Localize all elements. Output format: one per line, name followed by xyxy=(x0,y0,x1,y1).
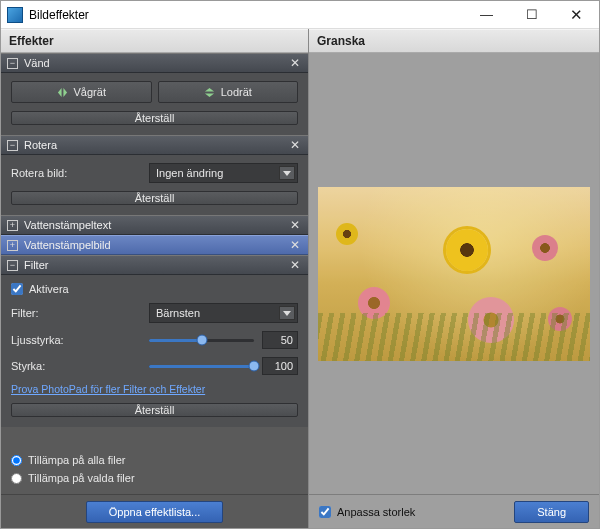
section-filter-title: Filter xyxy=(24,259,288,271)
preview-header: Granska xyxy=(309,29,599,53)
flip-vertical-icon xyxy=(204,87,215,98)
filter-select[interactable]: Bärnsten xyxy=(149,303,298,323)
rotate-reset-label: Återställ xyxy=(135,192,175,204)
section-flip-title: Vänd xyxy=(24,57,288,69)
strength-value[interactable]: 100 xyxy=(262,357,298,375)
section-watermark-image-header[interactable]: + Vattenstämpelbild ✕ xyxy=(1,235,308,255)
close-dialog-label: Stäng xyxy=(537,506,566,518)
flip-reset-button[interactable]: Återställ xyxy=(11,111,298,125)
section-flip-body: Vågrät Lodrät Återställ xyxy=(1,73,308,135)
left-spacer xyxy=(1,427,308,442)
section-rotate-body: Rotera bild: Ingen ändring Återställ xyxy=(1,155,308,215)
window: Bildeffekter — ☐ ✕ Effekter − Vänd ✕ xyxy=(0,0,600,529)
apply-selected-radio[interactable]: Tillämpa på valda filer xyxy=(11,472,298,484)
open-effect-list-label: Öppna effektlista... xyxy=(109,506,201,518)
rotate-select[interactable]: Ingen ändring xyxy=(149,163,298,183)
section-rotate-title: Rotera xyxy=(24,139,288,151)
collapse-icon: − xyxy=(7,58,18,69)
strength-slider[interactable] xyxy=(149,358,254,374)
section-rotate-close-icon[interactable]: ✕ xyxy=(288,138,302,152)
flip-vertical-button[interactable]: Lodrät xyxy=(158,81,299,103)
rotate-select-value: Ingen ändring xyxy=(156,167,223,179)
filter-select-value: Bärnsten xyxy=(156,307,200,319)
left-footer: Öppna effektlista... xyxy=(1,494,308,528)
effects-panel: Effekter − Vänd ✕ Vågrät Lo xyxy=(1,29,308,528)
rotate-label: Rotera bild: xyxy=(11,167,141,179)
fit-checkbox-input[interactable] xyxy=(319,506,331,518)
filter-select-label: Filter: xyxy=(11,307,141,319)
close-dialog-button[interactable]: Stäng xyxy=(514,501,589,523)
flip-reset-label: Återställ xyxy=(135,112,175,124)
chevron-down-icon xyxy=(279,166,295,180)
section-watermark-text-header[interactable]: + Vattenstämpeltext ✕ xyxy=(1,215,308,235)
apply-selected-label: Tillämpa på valda filer xyxy=(28,472,135,484)
expand-icon: + xyxy=(7,240,18,251)
flip-vertical-label: Lodrät xyxy=(221,86,252,98)
app-icon xyxy=(7,7,23,23)
photopad-link[interactable]: Prova PhotoPad för fler Filter och Effek… xyxy=(11,383,298,395)
section-watermark-image-close-icon[interactable]: ✕ xyxy=(288,238,302,252)
fit-label: Anpassa storlek xyxy=(337,506,415,518)
collapse-icon: − xyxy=(7,260,18,271)
flip-horizontal-button[interactable]: Vågrät xyxy=(11,81,152,103)
section-filter-body: Aktivera Filter: Bärnsten Ljusstyrka: xyxy=(1,275,308,427)
expand-icon: + xyxy=(7,220,18,231)
flip-horizontal-icon xyxy=(57,87,68,98)
open-effect-list-button[interactable]: Öppna effektlista... xyxy=(86,501,224,523)
preview-area xyxy=(309,53,599,494)
apply-all-radio[interactable]: Tillämpa på alla filer xyxy=(11,454,298,466)
fit-checkbox[interactable]: Anpassa storlek xyxy=(319,506,415,518)
filter-reset-button[interactable]: Återställ xyxy=(11,403,298,417)
brightness-label: Ljusstyrka: xyxy=(11,334,141,346)
rotate-reset-button[interactable]: Återställ xyxy=(11,191,298,205)
minimize-button[interactable]: — xyxy=(464,1,509,29)
chevron-down-icon xyxy=(279,306,295,320)
window-title: Bildeffekter xyxy=(29,8,89,22)
filter-enable-input[interactable] xyxy=(11,283,23,295)
section-rotate-header[interactable]: − Rotera ✕ xyxy=(1,135,308,155)
maximize-button[interactable]: ☐ xyxy=(509,1,554,29)
collapse-icon: − xyxy=(7,140,18,151)
section-watermark-image-title: Vattenstämpelbild xyxy=(24,239,288,251)
filter-reset-label: Återställ xyxy=(135,404,175,416)
effects-header: Effekter xyxy=(1,29,308,53)
titlebar: Bildeffekter — ☐ ✕ xyxy=(1,1,599,29)
section-flip-close-icon[interactable]: ✕ xyxy=(288,56,302,70)
section-watermark-text-close-icon[interactable]: ✕ xyxy=(288,218,302,232)
brightness-slider[interactable] xyxy=(149,332,254,348)
section-filter-close-icon[interactable]: ✕ xyxy=(288,258,302,272)
preview-footer: Anpassa storlek Stäng xyxy=(309,494,599,528)
filter-enable-label: Aktivera xyxy=(29,283,69,295)
section-flip-header[interactable]: − Vänd ✕ xyxy=(1,53,308,73)
preview-image xyxy=(318,187,590,361)
section-filter-header[interactable]: − Filter ✕ xyxy=(1,255,308,275)
preview-panel: Granska Anpassa storl xyxy=(308,29,599,528)
close-button[interactable]: ✕ xyxy=(554,1,599,29)
apply-all-label: Tillämpa på alla filer xyxy=(28,454,125,466)
flip-horizontal-label: Vågrät xyxy=(74,86,106,98)
strength-label: Styrka: xyxy=(11,360,141,372)
brightness-value[interactable]: 50 xyxy=(262,331,298,349)
apply-scope: Tillämpa på alla filer Tillämpa på valda… xyxy=(1,442,308,494)
filter-enable-checkbox[interactable]: Aktivera xyxy=(11,283,298,295)
section-watermark-text-title: Vattenstämpeltext xyxy=(24,219,288,231)
